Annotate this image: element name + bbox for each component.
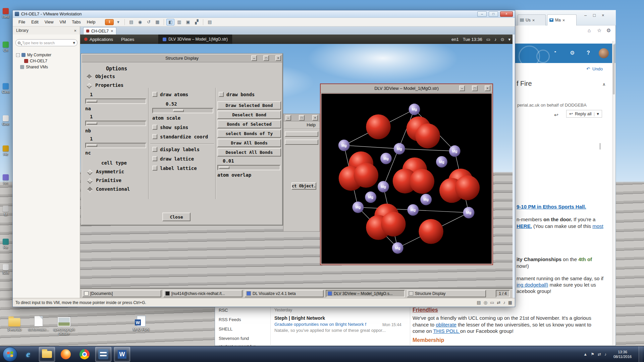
browser-close-button[interactable]: × bbox=[602, 13, 604, 18]
maximize-button[interactable]: □ bbox=[299, 115, 305, 121]
menu-vm[interactable]: VM bbox=[57, 19, 69, 25]
desktop-shortcut[interactable]: Ch bbox=[0, 42, 11, 52]
desktop-shortcut[interactable]: Goo bbox=[0, 115, 11, 126]
desktop-shortcut-spectrograph[interactable]: spectrograph picture bbox=[51, 314, 77, 336]
snapshot-icon[interactable]: ◉ bbox=[136, 19, 144, 25]
calendar-icon[interactable] bbox=[600, 143, 600, 149]
taskbar-word-button[interactable]: W bbox=[114, 347, 130, 362]
desktop-shortcut[interactable]: He bbox=[0, 145, 11, 156]
search-caret-icon[interactable]: ▾ bbox=[73, 40, 75, 45]
sound-icon[interactable]: ♪ bbox=[503, 300, 505, 305]
minimize-button[interactable]: – bbox=[251, 55, 257, 61]
volume-tray-icon[interactable]: ♪ bbox=[604, 352, 606, 357]
select-bonds-of-type-button[interactable]: select Bonds of Ty bbox=[217, 129, 281, 138]
fullscreen-icon[interactable]: ▣ bbox=[184, 19, 192, 25]
tree-collapse-icon[interactable]: − bbox=[16, 53, 20, 57]
console-view-icon[interactable]: ▤ bbox=[206, 19, 214, 25]
oxygen-atom[interactable] bbox=[410, 169, 434, 194]
hard-disk-icon[interactable]: ▤ bbox=[477, 300, 481, 305]
desktop-shortcut[interactable]: Red bbox=[0, 8, 11, 19]
nc-slider[interactable] bbox=[85, 143, 146, 148]
menu-tabs[interactable]: Tabs bbox=[69, 19, 84, 25]
folder-list-item[interactable]: SHELL bbox=[219, 326, 232, 331]
menu-view[interactable]: View bbox=[42, 19, 57, 25]
snapshot-manager-icon[interactable]: ▦ bbox=[153, 19, 161, 25]
tree-item-my-computer[interactable]: − My Computer bbox=[16, 53, 51, 57]
slider-thumb[interactable] bbox=[87, 100, 97, 103]
draw-all-bonds-button[interactable]: Draw All Bonds bbox=[217, 139, 281, 147]
home-icon[interactable]: ⌂ bbox=[588, 27, 591, 33]
volume-icon[interactable]: ♪ bbox=[494, 37, 497, 42]
vmware-titlebar[interactable]: CH-OEL7 - VMware Workstation – □ × bbox=[13, 10, 515, 18]
desktop-shortcut[interactable]: M bbox=[0, 206, 11, 217]
workspace-pager[interactable]: 1 / 4 bbox=[496, 290, 510, 297]
email-link[interactable]: HERE. bbox=[517, 223, 532, 229]
library-search-input[interactable]: Type here to search ▾ bbox=[15, 39, 77, 46]
email-link[interactable]: ing dodgeball) bbox=[517, 282, 548, 288]
draw-atoms-checkbox[interactable] bbox=[152, 92, 157, 97]
browser-maximize-button[interactable]: □ bbox=[593, 13, 596, 18]
taskbar-vmware-button[interactable] bbox=[95, 347, 111, 362]
nb-slider[interactable] bbox=[85, 121, 146, 126]
close-button[interactable]: × bbox=[500, 11, 513, 17]
vm-tab-choel7[interactable]: CH-OEL7 × bbox=[83, 27, 116, 35]
network-tray-icon[interactable]: ⇄ bbox=[598, 352, 601, 357]
display-settings-icon[interactable]: ▭ bbox=[486, 37, 490, 42]
browser-settings-icon[interactable]: ⚙ bbox=[606, 27, 611, 34]
vm-display[interactable]: – □ × Help ct Object. Structure Display … bbox=[80, 35, 513, 298]
window-list-item[interactable]: [nu414@chws-nick-redhat:/t... bbox=[163, 290, 243, 297]
library-close-icon[interactable]: × bbox=[74, 28, 76, 33]
email-link[interactable]: most bbox=[592, 223, 603, 229]
menu-file[interactable]: File bbox=[15, 19, 28, 25]
tab-close-icon[interactable]: × bbox=[111, 28, 113, 34]
system-menu-caret-icon[interactable]: ▾ bbox=[508, 37, 511, 42]
power-options-caret-icon[interactable]: ▾ bbox=[114, 19, 122, 25]
favorites-icon[interactable]: ☆ bbox=[597, 27, 601, 34]
collapse-chevron-icon[interactable]: ∧ bbox=[602, 82, 606, 87]
oxygen-atom[interactable] bbox=[354, 163, 378, 188]
avatar[interactable] bbox=[599, 48, 609, 58]
floppy-icon[interactable]: ▭ bbox=[490, 300, 494, 305]
browser-tab-mail[interactable]: Ma × bbox=[547, 14, 577, 25]
slider-thumb[interactable] bbox=[87, 122, 97, 125]
oxygen-atom[interactable] bbox=[381, 212, 406, 236]
desktop-shortcut[interactable]: Re bbox=[0, 239, 11, 249]
reply-options-caret-icon[interactable]: ▾ bbox=[597, 111, 599, 116]
properties-radio[interactable] bbox=[87, 83, 92, 89]
tree-item-choel7[interactable]: CH-OEL7 bbox=[24, 59, 47, 63]
asymmetric-radio[interactable] bbox=[87, 170, 93, 175]
close-button[interactable]: × bbox=[485, 85, 490, 91]
unity-mode-icon[interactable]: ▞ bbox=[193, 19, 201, 25]
objects-radio[interactable] bbox=[87, 74, 92, 80]
oxygen-atom[interactable] bbox=[455, 175, 480, 200]
browser-minimize-button[interactable]: – bbox=[584, 13, 587, 18]
oxygen-atom[interactable] bbox=[415, 123, 440, 148]
desktop-shortcut[interactable]: lyn bbox=[0, 174, 11, 185]
suspend-vm-button[interactable]: ‖ bbox=[105, 19, 114, 25]
email-link[interactable]: THIS POLL bbox=[433, 328, 460, 334]
deselect-all-bonds-button[interactable]: Deselect All Bonds bbox=[217, 148, 281, 157]
desktop-shortcut-stl[interactable]: stl.formatw... bbox=[25, 314, 52, 331]
tree-item-shared-vms[interactable]: Shared VMs bbox=[20, 65, 48, 69]
na-slider[interactable] bbox=[85, 99, 146, 104]
tab-close-icon[interactable]: × bbox=[562, 18, 565, 23]
slider-thumb[interactable] bbox=[173, 109, 184, 112]
owa-settings-gear-icon[interactable]: ⚙ bbox=[570, 50, 575, 56]
deselect-bond-button[interactable]: Deselect Bond bbox=[217, 111, 281, 119]
scrollbar-thumb[interactable] bbox=[613, 44, 615, 95]
standardize-coords-checkbox[interactable] bbox=[152, 134, 157, 139]
window-list-item[interactable]: [Documents] bbox=[82, 290, 161, 297]
taskbar-chrome-button[interactable] bbox=[76, 347, 93, 362]
window-list-item[interactable]: Structure Display bbox=[407, 290, 486, 297]
email-link[interactable]: 9-10 PM in Ethos Sports Hall. bbox=[517, 204, 586, 209]
maximize-button[interactable]: □ bbox=[472, 85, 478, 91]
oxygen-atom[interactable] bbox=[419, 219, 443, 244]
conventional-radio[interactable] bbox=[87, 187, 93, 193]
email-link[interactable]: obliterate bbox=[436, 322, 457, 327]
help-icon[interactable]: ? bbox=[587, 50, 590, 56]
cdrom-icon[interactable]: ◎ bbox=[484, 300, 487, 305]
primitive-radio[interactable] bbox=[87, 178, 93, 184]
show-thumbnails-icon[interactable]: ▥ bbox=[175, 19, 183, 25]
minimize-button[interactable]: – bbox=[285, 115, 291, 121]
show-desktop-button[interactable] bbox=[639, 346, 643, 362]
